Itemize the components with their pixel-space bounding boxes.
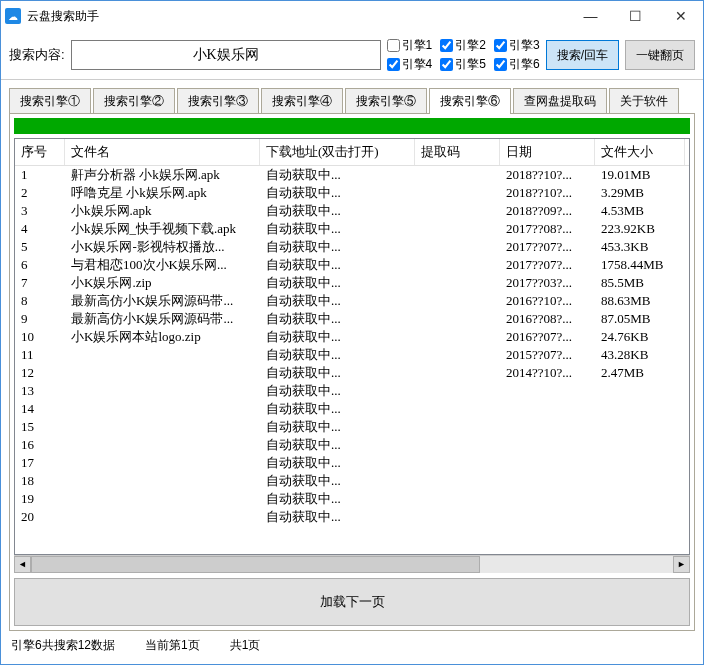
scroll-right-icon[interactable]: ►: [673, 556, 690, 573]
table-cell: 自动获取中...: [260, 454, 415, 472]
table-row[interactable]: 5小K娱乐网-影视特权播放...自动获取中...2017??07?...453.…: [15, 238, 689, 256]
table-row[interactable]: 17自动获取中...: [15, 454, 689, 472]
table-row[interactable]: 10小K娱乐网本站logo.zip自动获取中...2016??07?...24.…: [15, 328, 689, 346]
window-title: 云盘搜索助手: [27, 8, 568, 25]
table-row[interactable]: 6与君相恋100次小K娱乐网...自动获取中...2017??07?...175…: [15, 256, 689, 274]
page-all-button[interactable]: 一键翻页: [625, 40, 695, 70]
table-cell: 自动获取中...: [260, 292, 415, 310]
close-button[interactable]: ✕: [658, 1, 703, 31]
engine-checkbox-label: 引擎5: [455, 56, 486, 73]
maximize-button[interactable]: ☐: [613, 1, 658, 31]
minimize-button[interactable]: —: [568, 1, 613, 31]
table-cell: 3: [15, 203, 65, 219]
tab-7[interactable]: 关于软件: [609, 88, 679, 114]
engine-checkbox-input-3[interactable]: [494, 39, 507, 52]
table-cell: 2018??09?...: [500, 203, 595, 219]
table-cell: 鼾声分析器 小k娱乐网.apk: [65, 166, 260, 184]
table-cell: 小k娱乐网_快手视频下载.apk: [65, 220, 260, 238]
column-header[interactable]: 文件名: [65, 139, 260, 165]
table-cell: 自动获取中...: [260, 238, 415, 256]
results-table: 序号文件名下载地址(双击打开)提取码日期文件大小 1鼾声分析器 小k娱乐网.ap…: [14, 138, 690, 555]
table-cell: 自动获取中...: [260, 220, 415, 238]
table-cell: 20: [15, 509, 65, 525]
table-cell: 87.05MB: [595, 311, 685, 327]
tab-3[interactable]: 搜索引擎④: [261, 88, 343, 114]
column-header[interactable]: 下载地址(双击打开): [260, 139, 415, 165]
table-cell: 自动获取中...: [260, 418, 415, 436]
table-row[interactable]: 4小k娱乐网_快手视频下载.apk自动获取中...2017??08?...223…: [15, 220, 689, 238]
table-cell: 2017??07?...: [500, 257, 595, 273]
column-header[interactable]: 日期: [500, 139, 595, 165]
table-row[interactable]: 1鼾声分析器 小k娱乐网.apk自动获取中...2018??10?...19.0…: [15, 166, 689, 184]
engine-checkbox-3[interactable]: 引擎3: [494, 37, 540, 54]
engine-checkbox-1[interactable]: 引擎1: [387, 37, 433, 54]
table-row[interactable]: 8最新高仿小K娱乐网源码带...自动获取中...2016??10?...88.6…: [15, 292, 689, 310]
tab-6[interactable]: 查网盘提取码: [513, 88, 607, 114]
table-header: 序号文件名下载地址(双击打开)提取码日期文件大小: [15, 139, 689, 166]
table-row[interactable]: 19自动获取中...: [15, 490, 689, 508]
column-header[interactable]: 文件大小: [595, 139, 685, 165]
engine-checkboxes: 引擎1引擎2引擎3引擎4引擎5引擎6: [387, 37, 540, 73]
table-cell: 小K娱乐网.zip: [65, 274, 260, 292]
tab-1[interactable]: 搜索引擎②: [93, 88, 175, 114]
table-cell: 43.28KB: [595, 347, 685, 363]
search-button[interactable]: 搜索/回车: [546, 40, 619, 70]
table-row[interactable]: 15自动获取中...: [15, 418, 689, 436]
table-cell: 6: [15, 257, 65, 273]
table-row[interactable]: 16自动获取中...: [15, 436, 689, 454]
table-row[interactable]: 18自动获取中...: [15, 472, 689, 490]
column-header[interactable]: 提取码: [415, 139, 500, 165]
table-cell: 16: [15, 437, 65, 453]
titlebar[interactable]: ☁ 云盘搜索助手 — ☐ ✕: [1, 1, 703, 31]
status-bar: 引擎6共搜索12数据 当前第1页 共1页: [1, 631, 703, 660]
table-cell: 自动获取中...: [260, 400, 415, 418]
table-cell: 2.47MB: [595, 365, 685, 381]
table-row[interactable]: 7小K娱乐网.zip自动获取中...2017??03?...85.5MB: [15, 274, 689, 292]
engine-checkbox-5[interactable]: 引擎5: [440, 56, 486, 73]
table-cell: 自动获取中...: [260, 274, 415, 292]
table-row[interactable]: 13自动获取中...: [15, 382, 689, 400]
scroll-left-icon[interactable]: ◄: [14, 556, 31, 573]
progress-bar: [14, 118, 690, 134]
engine-checkbox-2[interactable]: 引擎2: [440, 37, 486, 54]
table-row[interactable]: 20自动获取中...: [15, 508, 689, 526]
app-icon: ☁: [5, 8, 21, 24]
horizontal-scrollbar[interactable]: ◄ ►: [14, 555, 690, 572]
engine-checkbox-6[interactable]: 引擎6: [494, 56, 540, 73]
search-input[interactable]: [71, 40, 381, 70]
table-cell: 10: [15, 329, 65, 345]
table-cell: 5: [15, 239, 65, 255]
tab-0[interactable]: 搜索引擎①: [9, 88, 91, 114]
table-cell: 3.29MB: [595, 185, 685, 201]
table-row[interactable]: 3小k娱乐网.apk自动获取中...2018??09?...4.53MB: [15, 202, 689, 220]
table-cell: 自动获取中...: [260, 508, 415, 526]
engine-checkbox-label: 引擎2: [455, 37, 486, 54]
tab-4[interactable]: 搜索引擎⑤: [345, 88, 427, 114]
status-current-page: 当前第1页: [145, 637, 200, 654]
table-cell: 最新高仿小K娱乐网源码带...: [65, 310, 260, 328]
engine-checkbox-input-2[interactable]: [440, 39, 453, 52]
scroll-thumb[interactable]: [31, 556, 480, 573]
scroll-track[interactable]: [31, 556, 673, 573]
load-next-page-button[interactable]: 加载下一页: [14, 578, 690, 626]
table-cell: 2018??10?...: [500, 185, 595, 201]
table-cell: 2018??10?...: [500, 167, 595, 183]
engine-checkbox-4[interactable]: 引擎4: [387, 56, 433, 73]
engine-checkbox-input-6[interactable]: [494, 58, 507, 71]
table-cell: 最新高仿小K娱乐网源码带...: [65, 292, 260, 310]
tab-5[interactable]: 搜索引擎⑥: [429, 88, 511, 114]
table-cell: 223.92KB: [595, 221, 685, 237]
column-header[interactable]: 序号: [15, 139, 65, 165]
table-cell: 1: [15, 167, 65, 183]
table-row[interactable]: 2呼噜克星 小k娱乐网.apk自动获取中...2018??10?...3.29M…: [15, 184, 689, 202]
engine-checkbox-input-4[interactable]: [387, 58, 400, 71]
table-row[interactable]: 12自动获取中...2014??10?...2.47MB: [15, 364, 689, 382]
table-cell: 自动获取中...: [260, 166, 415, 184]
table-cell: 自动获取中...: [260, 310, 415, 328]
engine-checkbox-input-1[interactable]: [387, 39, 400, 52]
table-row[interactable]: 14自动获取中...: [15, 400, 689, 418]
table-row[interactable]: 11自动获取中...2015??07?...43.28KB: [15, 346, 689, 364]
engine-checkbox-input-5[interactable]: [440, 58, 453, 71]
table-row[interactable]: 9最新高仿小K娱乐网源码带...自动获取中...2016??08?...87.0…: [15, 310, 689, 328]
tab-2[interactable]: 搜索引擎③: [177, 88, 259, 114]
